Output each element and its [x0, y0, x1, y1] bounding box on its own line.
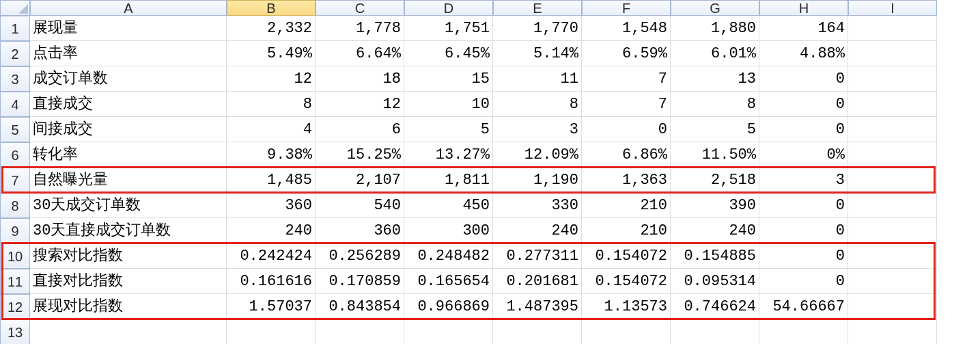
col-header-G[interactable]: G	[671, 0, 759, 16]
cell-B8[interactable]: 360	[227, 193, 316, 218]
cell-F5[interactable]: 0	[582, 117, 671, 142]
cell-C9[interactable]: 360	[316, 218, 404, 243]
cell-D8[interactable]: 450	[404, 193, 493, 218]
cell-I9[interactable]	[848, 218, 937, 243]
cell-F2[interactable]: 6.59%	[582, 41, 671, 66]
row-header-1[interactable]: 1	[0, 16, 30, 41]
cell-E10[interactable]: 0.277311	[493, 243, 582, 269]
col-header-B[interactable]: B	[227, 0, 316, 16]
cell-H12[interactable]: 54.66667	[759, 294, 848, 319]
cell-G11[interactable]: 0.095314	[671, 269, 759, 294]
row-header-11[interactable]: 11	[0, 269, 30, 294]
cell-E4[interactable]: 8	[493, 92, 582, 117]
cell-E3[interactable]: 11	[493, 66, 582, 92]
cell-E13[interactable]	[493, 319, 582, 344]
cell-E8[interactable]: 330	[493, 193, 582, 218]
cell-F1[interactable]: 1,548	[582, 16, 671, 41]
row-header-13[interactable]: 13	[0, 319, 30, 344]
cell-D13[interactable]	[404, 319, 493, 344]
row-header-7[interactable]: 7	[0, 168, 30, 193]
cell-F6[interactable]: 6.86%	[582, 142, 671, 168]
cell-F13[interactable]	[582, 319, 671, 344]
col-header-C[interactable]: C	[316, 0, 404, 16]
col-header-I[interactable]: I	[848, 0, 937, 16]
cell-H1[interactable]: 164	[759, 16, 848, 41]
cell-B11[interactable]: 0.161616	[227, 269, 316, 294]
col-header-A[interactable]: A	[30, 0, 227, 16]
cell-I12[interactable]	[848, 294, 937, 319]
cell-G9[interactable]: 240	[671, 218, 759, 243]
cell-C11[interactable]: 0.170859	[316, 269, 404, 294]
cell-H6[interactable]: 0%	[759, 142, 848, 168]
row-header-4[interactable]: 4	[0, 92, 30, 117]
cell-D1[interactable]: 1,751	[404, 16, 493, 41]
cell-C2[interactable]: 6.64%	[316, 41, 404, 66]
row-header-3[interactable]: 3	[0, 66, 30, 92]
cell-G4[interactable]: 8	[671, 92, 759, 117]
row-header-12[interactable]: 12	[0, 294, 30, 319]
cell-C8[interactable]: 540	[316, 193, 404, 218]
cell-F12[interactable]: 1.13573	[582, 294, 671, 319]
cell-E11[interactable]: 0.201681	[493, 269, 582, 294]
cell-E12[interactable]: 1.487395	[493, 294, 582, 319]
cell-G6[interactable]: 11.50%	[671, 142, 759, 168]
cell-I2[interactable]	[848, 41, 937, 66]
cell-B2[interactable]: 5.49%	[227, 41, 316, 66]
cell-F3[interactable]: 7	[582, 66, 671, 92]
cell-A9[interactable]: 30天直接成交订单数	[30, 218, 227, 243]
cell-D5[interactable]: 5	[404, 117, 493, 142]
cell-I4[interactable]	[848, 92, 937, 117]
cell-C7[interactable]: 2,107	[316, 168, 404, 193]
cell-G3[interactable]: 13	[671, 66, 759, 92]
row-header-5[interactable]: 5	[0, 117, 30, 142]
cell-E1[interactable]: 1,770	[493, 16, 582, 41]
cell-D4[interactable]: 10	[404, 92, 493, 117]
cell-B3[interactable]: 12	[227, 66, 316, 92]
row-header-9[interactable]: 9	[0, 218, 30, 243]
cell-I8[interactable]	[848, 193, 937, 218]
cell-B12[interactable]: 1.57037	[227, 294, 316, 319]
cell-F8[interactable]: 210	[582, 193, 671, 218]
col-header-E[interactable]: E	[493, 0, 582, 16]
cell-H11[interactable]: 0	[759, 269, 848, 294]
cell-A8[interactable]: 30天成交订单数	[30, 193, 227, 218]
cell-D9[interactable]: 300	[404, 218, 493, 243]
cell-C12[interactable]: 0.843854	[316, 294, 404, 319]
cell-B1[interactable]: 2,332	[227, 16, 316, 41]
cell-E5[interactable]: 3	[493, 117, 582, 142]
cell-F4[interactable]: 7	[582, 92, 671, 117]
cell-I1[interactable]	[848, 16, 937, 41]
cell-B9[interactable]: 240	[227, 218, 316, 243]
cell-F7[interactable]: 1,363	[582, 168, 671, 193]
cell-A10[interactable]: 搜索对比指数	[30, 243, 227, 269]
cell-C1[interactable]: 1,778	[316, 16, 404, 41]
cell-E6[interactable]: 12.09%	[493, 142, 582, 168]
cell-C13[interactable]	[316, 319, 404, 344]
cell-G10[interactable]: 0.154885	[671, 243, 759, 269]
cell-G2[interactable]: 6.01%	[671, 41, 759, 66]
row-header-6[interactable]: 6	[0, 142, 30, 168]
cell-H7[interactable]: 3	[759, 168, 848, 193]
cell-B4[interactable]: 8	[227, 92, 316, 117]
cell-H5[interactable]: 0	[759, 117, 848, 142]
cell-D6[interactable]: 13.27%	[404, 142, 493, 168]
cell-D11[interactable]: 0.165654	[404, 269, 493, 294]
cell-I10[interactable]	[848, 243, 937, 269]
row-header-8[interactable]: 8	[0, 193, 30, 218]
cell-C6[interactable]: 15.25%	[316, 142, 404, 168]
cell-C4[interactable]: 12	[316, 92, 404, 117]
cell-G1[interactable]: 1,880	[671, 16, 759, 41]
cell-H9[interactable]: 0	[759, 218, 848, 243]
cell-H10[interactable]: 0	[759, 243, 848, 269]
cell-C3[interactable]: 18	[316, 66, 404, 92]
col-header-D[interactable]: D	[404, 0, 493, 16]
cell-A5[interactable]: 间接成交	[30, 117, 227, 142]
cell-F10[interactable]: 0.154072	[582, 243, 671, 269]
cell-D7[interactable]: 1,811	[404, 168, 493, 193]
cell-I3[interactable]	[848, 66, 937, 92]
cell-B10[interactable]: 0.242424	[227, 243, 316, 269]
cell-D2[interactable]: 6.45%	[404, 41, 493, 66]
cell-A7[interactable]: 自然曝光量	[30, 168, 227, 193]
cell-I6[interactable]	[848, 142, 937, 168]
cell-F9[interactable]: 210	[582, 218, 671, 243]
